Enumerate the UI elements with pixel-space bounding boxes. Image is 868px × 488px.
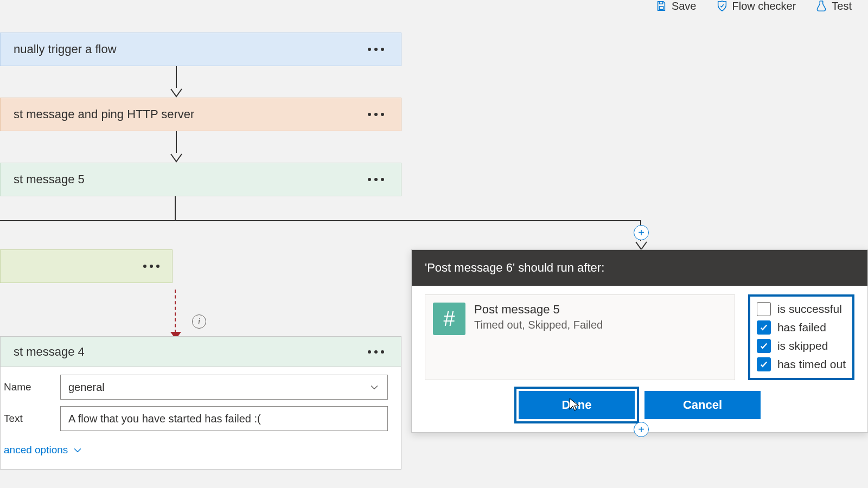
predecessor-card[interactable]: # Post message 5 Timed out, Skipped, Fai… (425, 294, 735, 380)
cancel-button[interactable]: Cancel (644, 391, 761, 419)
configure-run-after-dialog: 'Post message 6' should run after: # Pos… (411, 249, 868, 433)
flow-checker-icon (716, 0, 728, 12)
channel-name-value: general (68, 381, 105, 394)
connector-line (175, 196, 176, 221)
run-after-info-icon[interactable]: i (192, 314, 206, 329)
flow-checker-button[interactable]: Flow checker (716, 0, 796, 12)
connector-arrow (170, 66, 183, 98)
trigger-node-title: nually trigger a flow (14, 42, 364, 56)
checkbox-checked-icon (757, 357, 771, 371)
ellipsis-icon (143, 265, 159, 268)
run-after-conditions: is successful has failed is skipped has … (748, 294, 854, 380)
advanced-options-label: anced options (4, 444, 68, 456)
ellipsis-icon (368, 113, 384, 116)
done-button[interactable]: Done (519, 391, 635, 419)
dialog-title: 'Post message 6' should run after: (412, 250, 867, 286)
checkbox-icon (757, 302, 771, 316)
slack-hash-icon: # (433, 303, 465, 335)
condition-label: has failed (777, 321, 826, 334)
chevron-down-icon (369, 382, 380, 393)
run-after-failure-connector (175, 290, 176, 333)
svg-rect-0 (659, 7, 663, 9)
channel-name-select[interactable]: general (60, 375, 388, 400)
message-text-label: Text (1, 413, 60, 425)
advanced-options-toggle[interactable]: anced options (1, 438, 388, 461)
condition-label: is skipped (777, 339, 828, 352)
add-step-button[interactable]: + (634, 422, 649, 437)
connector-line (0, 220, 641, 221)
post-message-5-title: st message 5 (14, 172, 364, 187)
post-message-4-card: st message 4 Name general Text A flow th… (0, 336, 401, 470)
ellipsis-icon (368, 178, 384, 181)
post-message-4-header[interactable]: st message 4 (1, 337, 401, 367)
trigger-node-menu-button[interactable] (364, 42, 388, 57)
test-label: Test (832, 0, 852, 12)
branch-scope-node[interactable] (0, 249, 173, 283)
test-button[interactable]: Test (815, 0, 852, 12)
test-icon (815, 0, 827, 12)
post-message-5-node[interactable]: st message 5 (0, 163, 401, 196)
chevron-down-icon (72, 445, 83, 455)
condition-has-failed[interactable]: has failed (757, 318, 846, 337)
ping-node-menu-button[interactable] (364, 107, 388, 122)
connector-arrow (170, 131, 183, 163)
condition-label: is successful (777, 303, 842, 316)
ping-node[interactable]: st message and ping HTTP server (0, 98, 401, 131)
ping-node-title: st message and ping HTTP server (14, 107, 364, 121)
checkbox-checked-icon (757, 320, 771, 335)
ellipsis-icon (368, 350, 384, 354)
flow-checker-label: Flow checker (732, 0, 796, 12)
predecessor-name: Post message 5 (474, 303, 603, 317)
channel-name-label: Name (1, 381, 60, 393)
message-text-input[interactable]: A flow that you have started has failed … (60, 406, 388, 431)
post-message-5-menu-button[interactable] (364, 172, 388, 187)
trigger-node[interactable]: nually trigger a flow (0, 33, 401, 66)
condition-label: has timed out (777, 358, 846, 371)
add-step-button[interactable]: + (634, 225, 649, 240)
post-message-4-title: st message 4 (14, 345, 364, 359)
save-icon (655, 0, 667, 12)
checkbox-checked-icon (757, 339, 771, 353)
branch-scope-menu-button[interactable] (139, 259, 163, 274)
post-message-4-menu-button[interactable] (364, 344, 388, 359)
message-text-value: A flow that you have started has failed … (68, 413, 261, 425)
save-label: Save (672, 0, 697, 12)
save-button[interactable]: Save (655, 0, 697, 12)
condition-is-skipped[interactable]: is skipped (757, 337, 846, 355)
ellipsis-icon (368, 48, 384, 51)
condition-is-successful[interactable]: is successful (757, 300, 846, 318)
predecessor-status: Timed out, Skipped, Failed (474, 319, 603, 331)
condition-has-timed-out[interactable]: has timed out (757, 355, 846, 374)
